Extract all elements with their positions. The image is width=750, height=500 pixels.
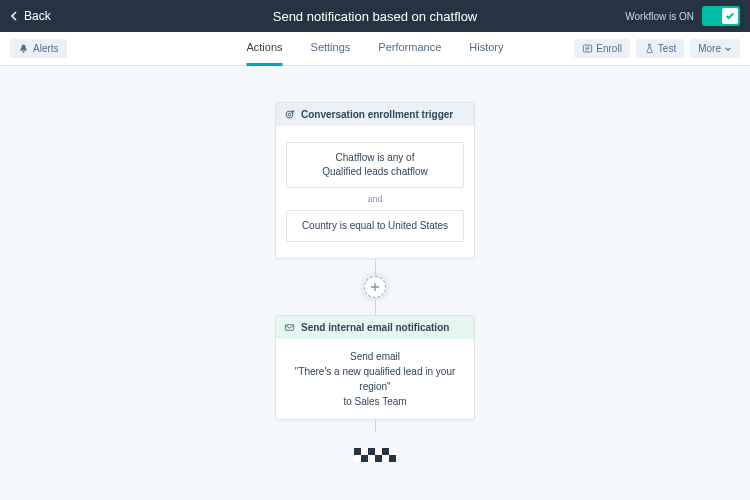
action-line2: "There's a new qualified lead in your re…: [286, 364, 464, 394]
more-button[interactable]: More: [690, 39, 740, 58]
trigger-header-label: Conversation enrollment trigger: [301, 109, 453, 120]
trigger-card-body: Chatflow is any of Qualified leads chatf…: [276, 126, 474, 258]
check-icon: [725, 11, 735, 21]
workflow-status-label: Workflow is ON: [625, 11, 694, 22]
trigger-condition-2[interactable]: Country is equal to United States: [286, 210, 464, 242]
enroll-label: Enroll: [596, 43, 622, 54]
cond2-text: Country is equal to United States: [302, 220, 448, 231]
trigger-card[interactable]: Conversation enrollment trigger Chatflow…: [275, 102, 475, 259]
trigger-condition-1[interactable]: Chatflow is any of Qualified leads chatf…: [286, 142, 464, 188]
action-card[interactable]: Send internal email notification Send em…: [275, 315, 475, 420]
top-bar: Back Send notification based on chatflow…: [0, 0, 750, 32]
trigger-card-header: Conversation enrollment trigger: [276, 103, 474, 126]
back-button[interactable]: Back: [10, 9, 51, 23]
alerts-label: Alerts: [33, 43, 59, 54]
tab-settings[interactable]: Settings: [311, 31, 351, 66]
bell-icon: [18, 43, 29, 54]
page-title: Send notification based on chatflow: [273, 9, 478, 24]
chevron-down-icon: [724, 45, 732, 53]
flask-icon: [644, 43, 655, 54]
envelope-icon: [284, 322, 295, 333]
action-line1: Send email: [286, 349, 464, 364]
enroll-icon: [582, 43, 593, 54]
back-label: Back: [24, 9, 51, 23]
target-icon: [284, 109, 295, 120]
nav-tabs: Actions Settings Performance History: [246, 31, 503, 66]
enroll-button[interactable]: Enroll: [574, 39, 630, 58]
and-label: and: [286, 194, 464, 204]
connector-line: [375, 420, 376, 432]
tab-performance[interactable]: Performance: [378, 31, 441, 66]
more-label: More: [698, 43, 721, 54]
tab-actions[interactable]: Actions: [246, 31, 282, 66]
connector-line: [375, 299, 376, 315]
svg-point-2: [288, 113, 291, 116]
top-right: Workflow is ON: [625, 6, 740, 26]
end-marker: [354, 448, 396, 462]
action-card-body: Send email "There's a new qualified lead…: [276, 339, 474, 419]
cond1-line2: Qualified leads chatflow: [293, 165, 457, 179]
action-card-header: Send internal email notification: [276, 316, 474, 339]
workflow-canvas: Conversation enrollment trigger Chatflow…: [0, 66, 750, 500]
test-label: Test: [658, 43, 676, 54]
chevron-left-icon: [10, 11, 20, 21]
toolbar: Alerts Actions Settings Performance Hist…: [0, 32, 750, 66]
toggle-knob: [722, 8, 738, 24]
action-line3: to Sales Team: [286, 394, 464, 409]
alerts-button[interactable]: Alerts: [10, 39, 67, 58]
svg-rect-3: [285, 325, 293, 331]
test-button[interactable]: Test: [636, 39, 684, 58]
plus-icon: [370, 282, 380, 292]
cond1-line1: Chatflow is any of: [293, 151, 457, 165]
connector-line: [375, 259, 376, 275]
add-action-button[interactable]: [364, 276, 386, 298]
tab-history[interactable]: History: [469, 31, 503, 66]
workflow-toggle[interactable]: [702, 6, 740, 26]
right-actions: Enroll Test More: [574, 39, 740, 58]
action-header-label: Send internal email notification: [301, 322, 449, 333]
